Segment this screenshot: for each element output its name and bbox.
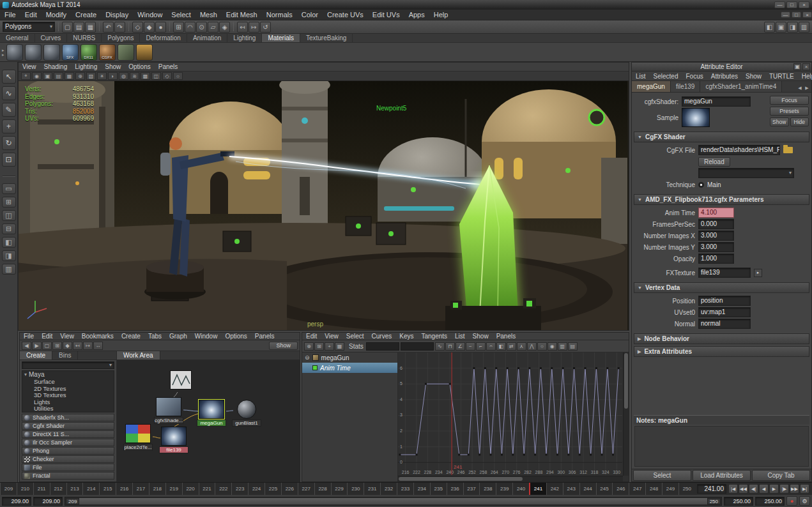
output-connections-icon[interactable]: ↦ — [249, 22, 259, 33]
snap-to-grid-icon[interactable]: ⊞ — [173, 22, 184, 33]
input-connections-icon[interactable]: ↤ — [237, 22, 248, 33]
work-area-tab[interactable]: Work Area — [117, 351, 160, 359]
range-slider-track[interactable]: 209 250 — [65, 497, 722, 506]
frame-tick[interactable]: 220 — [182, 483, 199, 495]
step-forward-frame-button[interactable]: |▶ — [779, 484, 789, 494]
frame-tick[interactable]: 210 — [17, 483, 33, 495]
dx11-shader-icon[interactable]: DX11 — [80, 44, 97, 61]
step-back-key-button[interactable]: ◀◀ — [739, 484, 748, 494]
free-tangent-weight-icon[interactable]: ○ — [537, 342, 547, 351]
frame-tick[interactable]: 238 — [479, 483, 496, 495]
viewport-scene-3d[interactable]: Newpoint5 persp — [19, 81, 627, 330]
frame-tick[interactable]: 237 — [463, 483, 480, 495]
new-scene-icon[interactable]: ▢ — [62, 22, 73, 33]
panel-menu-item[interactable]: List — [632, 73, 650, 80]
select-tool-icon[interactable]: ↖ — [2, 70, 16, 84]
material-create-button[interactable]: Phong — [22, 447, 114, 455]
range-end-handle[interactable]: 250 — [707, 498, 721, 504]
play-forwards-button[interactable]: ▶ — [769, 484, 779, 494]
value-snap-icon[interactable]: ▤ — [568, 342, 578, 351]
vertex-data-field[interactable]: normal — [698, 319, 751, 329]
group-divider[interactable] — [128, 22, 129, 31]
frame-tick[interactable]: 234 — [413, 483, 430, 495]
three-pane-right-layout-icon[interactable]: ◨ — [2, 250, 16, 261]
panel-menu-item[interactable]: View — [19, 63, 40, 70]
frame-tick[interactable]: 222 — [215, 483, 231, 495]
ambient-occlusion-icon[interactable]: ◍ — [119, 72, 128, 80]
material-create-button[interactable]: Cgfx Shader — [22, 422, 114, 430]
spline-tangents-icon[interactable]: ∿ — [435, 342, 445, 351]
two-pane-side-layout-icon[interactable]: ◫ — [2, 210, 16, 221]
step-tangents-icon[interactable]: ⌐ — [476, 342, 486, 351]
animation-curve-chart[interactable]: 2162222282342402462522582642702762822882… — [398, 352, 622, 475]
work-area-canvas[interactable]: cgfxShade... megaGun gunBlast1 place2dTe… — [117, 360, 300, 481]
cgfx-file-field[interactable]: renderData\shaders\HSM_FX.cgfx — [698, 145, 780, 155]
frame-tick[interactable]: 218 — [149, 483, 165, 495]
lock-camera-icon[interactable]: ◉ — [32, 72, 42, 80]
file-texture-icon[interactable] — [118, 44, 134, 61]
isolate-select-icon[interactable]: ◇ — [162, 72, 172, 80]
construction-history-icon[interactable]: ↺ — [260, 22, 271, 33]
panel-menu-item[interactable]: Focus — [682, 73, 707, 80]
close-icon[interactable]: × — [802, 63, 810, 70]
two-pane-stacked-layout-icon[interactable]: ⊟ — [2, 223, 16, 234]
step-forward-key-button[interactable]: ▶▶ — [790, 484, 799, 494]
go-to-end-button[interactable]: ▶| — [800, 484, 809, 494]
frame-tick[interactable]: 248 — [645, 483, 662, 495]
animation-start-field[interactable]: 209.00 — [2, 497, 31, 506]
panel-menu-item[interactable]: Lighting — [71, 63, 101, 70]
panel-menu-item[interactable]: Panels — [493, 333, 520, 340]
single-pane-layout-icon[interactable]: ▭ — [2, 183, 16, 194]
shelf-tab[interactable]: Lighting — [227, 34, 262, 42]
menu-item[interactable]: Help — [429, 10, 453, 20]
material-create-button[interactable]: Fractal — [22, 472, 114, 480]
shelf-tab-menu-icon[interactable]: ▸ — [2, 52, 4, 57]
paint-select-tool-icon[interactable]: ✎ — [2, 103, 16, 117]
panel-menu-item[interactable]: Panels — [155, 63, 182, 70]
menu-item[interactable]: Edit Mesh — [222, 10, 262, 20]
wireframe-on-shaded-icon[interactable]: ○ — [173, 72, 183, 80]
panel-menu-item[interactable]: Options — [221, 333, 250, 340]
move-tool-icon[interactable]: + — [2, 119, 16, 133]
frame-tick[interactable]: 223 — [231, 483, 248, 495]
fxtexture-field[interactable]: file139 — [698, 268, 751, 278]
notes-textarea[interactable] — [634, 426, 809, 467]
menu-item[interactable]: Edit — [20, 10, 42, 20]
bookmarks-icon[interactable]: ▤ — [54, 72, 63, 80]
range-slider-bar[interactable]: 209 250 — [66, 498, 721, 504]
group-divider[interactable] — [169, 22, 170, 31]
panel-menu-item[interactable]: Help — [798, 73, 812, 80]
panel-menu-item[interactable]: Bookmarks — [78, 333, 118, 340]
frame-tick[interactable]: 236 — [447, 483, 463, 495]
stats-time-field[interactable] — [366, 342, 399, 351]
show-button[interactable]: Show — [269, 342, 298, 350]
select-object-icon[interactable]: ◆ — [144, 22, 155, 33]
panel-menu-item[interactable]: Show — [101, 63, 125, 70]
attribute-editor-tab[interactable]: megaGun — [632, 81, 671, 92]
frame-tick[interactable]: 249 — [662, 483, 678, 495]
shaderfx-icon[interactable]: SFX — [62, 44, 79, 61]
flat-tangents-icon[interactable]: − — [466, 342, 475, 351]
outliner-persp-layout-icon[interactable]: ▥ — [2, 264, 16, 275]
shelf-menu-icon[interactable]: ▸ — [2, 48, 4, 52]
panel-menu-item[interactable]: Window — [191, 333, 222, 340]
frame-tick[interactable]: 212 — [50, 483, 66, 495]
frame-tick[interactable]: 240 — [512, 483, 529, 495]
frame-tick[interactable]: 242 — [546, 483, 563, 495]
horizontal-scrollbar[interactable] — [398, 476, 623, 481]
panel-menu-item[interactable]: TURTLE — [765, 73, 798, 80]
category-item[interactable]: Utilities — [22, 405, 114, 412]
add-keys-tool-icon[interactable]: + — [325, 342, 334, 351]
shelf-tab[interactable]: Curves — [35, 34, 68, 42]
frame-tick[interactable]: 233 — [397, 483, 413, 495]
quick-layout-icon[interactable]: ▣ — [776, 22, 786, 33]
frame-tick[interactable]: 231 — [364, 483, 380, 495]
plateau-tangents-icon[interactable]: ⌢ — [486, 342, 496, 351]
node-name-field[interactable]: megaGun — [682, 96, 751, 107]
playback-end-field[interactable]: 250.00 — [724, 497, 753, 506]
cgfx-shader-icon[interactable]: CGFX — [99, 44, 116, 61]
parameter-value-field[interactable]: 3.000 — [698, 231, 734, 241]
rearrange-graph-icon[interactable]: ⊞ — [52, 342, 62, 350]
quick-layout-icon[interactable]: ◧ — [764, 22, 775, 33]
frame-tick[interactable]: 221 — [199, 483, 215, 495]
